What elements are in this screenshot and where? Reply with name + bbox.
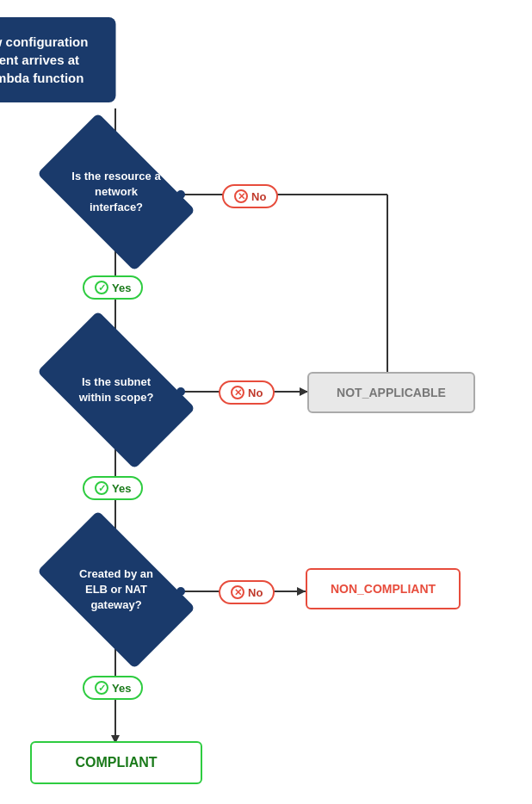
result-na-label: NOT_APPLICABLE <box>337 386 446 399</box>
no-label-3: No <box>248 586 263 599</box>
decision1-wrap: Is the resource a network interface? <box>43 145 189 239</box>
yes-badge-1: ✓ Yes <box>83 275 143 300</box>
yes-icon-1: ✓ <box>95 281 108 294</box>
yes-label-3: Yes <box>112 682 131 695</box>
decision2-text: Is the subnet within scope? <box>69 374 164 405</box>
start-label: New configuration event arrives at Lambd… <box>0 34 88 85</box>
no-badge-1: ✕ No <box>222 184 278 208</box>
result-noncompliant-box: NON_COMPLIANT <box>306 568 461 609</box>
svg-marker-23 <box>297 587 306 596</box>
start-box: New configuration event arrives at Lambd… <box>0 17 116 102</box>
no-icon-2: ✕ <box>231 386 244 399</box>
decision2-wrap: Is the subnet within scope? <box>43 343 189 437</box>
yes-icon-3: ✓ <box>95 681 108 695</box>
no-badge-3: ✕ No <box>219 580 275 604</box>
result-na-box: NOT_APPLICABLE <box>307 372 475 413</box>
no-icon-1: ✕ <box>234 189 248 203</box>
no-badge-2: ✕ No <box>219 380 275 405</box>
yes-badge-3: ✓ Yes <box>83 676 143 700</box>
yes-icon-2: ✓ <box>95 481 108 495</box>
no-label-2: No <box>248 387 263 399</box>
yes-label-2: Yes <box>112 482 131 495</box>
result-compliant-box: COMPLIANT <box>30 741 202 784</box>
yes-badge-2: ✓ Yes <box>83 476 143 500</box>
decision1-text: Is the resource a network interface? <box>69 169 164 216</box>
no-label-1: No <box>251 190 266 203</box>
decision3-text: Created by an ELB or NAT gateway? <box>69 566 164 614</box>
result-compliant-label: COMPLIANT <box>75 755 157 770</box>
no-icon-3: ✕ <box>231 585 244 599</box>
yes-label-1: Yes <box>112 281 131 294</box>
flowchart: New configuration event arrives at Lambd… <box>0 0 532 804</box>
result-noncompliant-label: NON_COMPLIANT <box>331 582 436 596</box>
decision3-wrap: Created by an ELB or NAT gateway? <box>43 542 189 637</box>
